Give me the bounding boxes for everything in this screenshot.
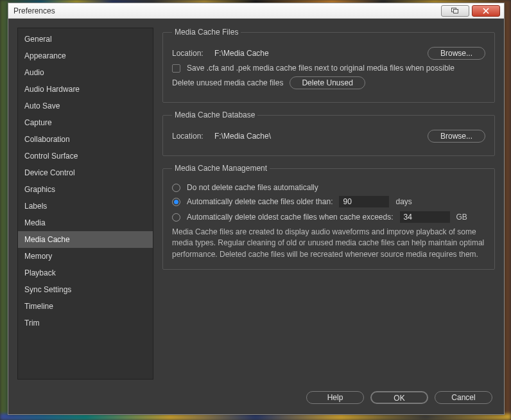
titlebar[interactable]: Preferences (8, 3, 504, 19)
sidebar-item-graphics[interactable]: Graphics (18, 181, 153, 198)
group-legend: Media Cache Management (172, 164, 270, 173)
help-button[interactable]: Help (306, 391, 364, 404)
exceeds-input[interactable] (400, 211, 450, 223)
window-title: Preferences (13, 6, 438, 15)
db-browse-button[interactable]: Browse... (428, 130, 485, 143)
location-label: Location: (172, 49, 208, 58)
files-browse-button[interactable]: Browse... (428, 47, 485, 60)
close-button[interactable] (472, 5, 500, 17)
group-legend: Media Cache Files (172, 28, 241, 37)
group-legend: Media Cache Database (172, 110, 257, 119)
older-than-label: Automatically delete cache files older t… (187, 197, 333, 206)
opt-no-delete-row: Do not delete cache files automatically (172, 183, 485, 192)
sidebar-item-general[interactable]: General (18, 31, 153, 48)
content-area: GeneralAppearanceAudioAudio HardwareAuto… (8, 19, 504, 414)
db-location-row: Location: F:\Media Cache\ Browse... (172, 130, 485, 143)
sidebar-item-audio-hardware[interactable]: Audio Hardware (18, 81, 153, 98)
sidebar-item-labels[interactable]: Labels (18, 198, 153, 214)
save-next-label: Save .cfa and .pek media cache files nex… (187, 64, 455, 73)
files-location-value: F:\Media Cache (214, 49, 269, 58)
delete-unused-label: Delete unused media cache files (172, 78, 283, 87)
sidebar-item-device-control[interactable]: Device Control (18, 164, 153, 181)
window-buttons (438, 5, 500, 17)
sidebar-item-auto-save[interactable]: Auto Save (18, 98, 153, 114)
management-description: Media Cache files are created to display… (172, 227, 485, 260)
no-delete-radio[interactable] (172, 184, 180, 192)
svg-rect-1 (454, 10, 458, 13)
older-than-unit: days (395, 197, 411, 206)
exceeds-label: Automatically delete oldest cache files … (187, 213, 394, 222)
older-than-input[interactable] (339, 196, 389, 207)
opt-exceeds-row: Automatically delete oldest cache files … (172, 211, 485, 223)
delete-unused-button[interactable]: Delete Unused (290, 76, 365, 89)
delete-unused-row: Delete unused media cache files Delete U… (172, 76, 485, 89)
preferences-window: Preferences GeneralAppearanceAudioAudio … (8, 3, 505, 415)
sidebar-item-control-surface[interactable]: Control Surface (18, 148, 153, 164)
cancel-button[interactable]: Cancel (435, 391, 492, 404)
ok-button[interactable]: OK (370, 391, 428, 404)
sidebar-item-appearance[interactable]: Appearance (18, 48, 153, 64)
media-cache-database-group: Media Cache Database Location: F:\Media … (162, 110, 495, 156)
sidebar-item-playback[interactable]: Playback (18, 265, 153, 281)
location-label: Location: (172, 132, 208, 141)
no-delete-label: Do not delete cache files automatically (187, 183, 318, 192)
save-next-checkbox[interactable] (172, 64, 180, 73)
exceeds-radio[interactable] (172, 213, 180, 222)
footer: Help OK Cancel (8, 385, 504, 414)
sidebar-item-memory[interactable]: Memory (18, 248, 153, 265)
body: GeneralAppearanceAudioAudio HardwareAuto… (8, 19, 504, 385)
maximize-button[interactable] (441, 5, 469, 17)
older-than-radio[interactable] (172, 198, 180, 206)
sidebar-item-trim[interactable]: Trim (18, 315, 153, 331)
sidebar-item-capture[interactable]: Capture (18, 114, 153, 131)
sidebar-item-collaboration[interactable]: Collaboration (18, 131, 153, 148)
main-panel: Media Cache Files Location: F:\Media Cac… (162, 28, 495, 380)
sidebar-item-media[interactable]: Media (18, 214, 153, 231)
media-cache-management-group: Media Cache Management Do not delete cac… (162, 164, 495, 270)
sidebar-item-audio[interactable]: Audio (18, 64, 153, 81)
db-location-value: F:\Media Cache\ (214, 132, 271, 141)
sidebar-item-sync-settings[interactable]: Sync Settings (18, 281, 153, 298)
opt-older-than-row: Automatically delete cache files older t… (172, 196, 485, 207)
files-location-row: Location: F:\Media Cache Browse... (172, 47, 485, 60)
sidebar-item-media-cache[interactable]: Media Cache (18, 231, 153, 248)
save-next-row: Save .cfa and .pek media cache files nex… (172, 64, 485, 73)
media-cache-files-group: Media Cache Files Location: F:\Media Cac… (162, 28, 495, 103)
sidebar-item-timeline[interactable]: Timeline (18, 298, 153, 315)
category-sidebar: GeneralAppearanceAudioAudio HardwareAuto… (17, 28, 153, 380)
exceeds-unit: GB (456, 213, 467, 222)
